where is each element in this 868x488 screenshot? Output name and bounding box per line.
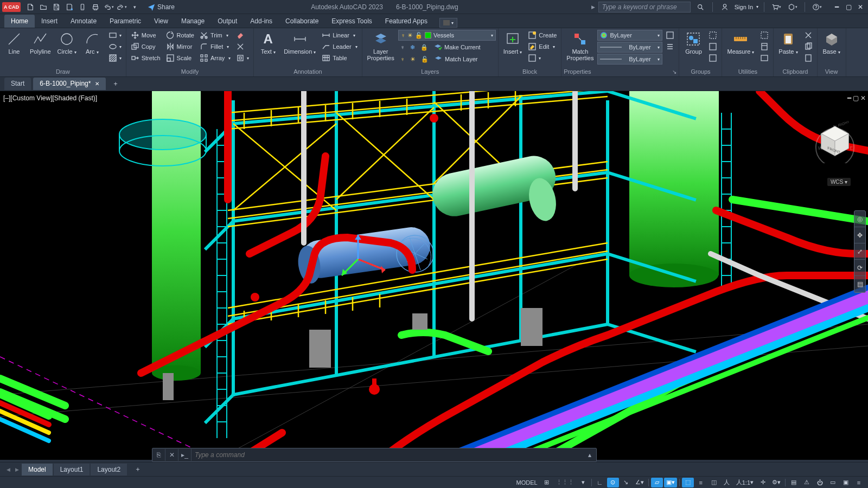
tab-expresstools[interactable]: Express Tools (325, 15, 378, 28)
snap-icon[interactable]: ⋮⋮⋮ (554, 478, 576, 487)
wcs-badge[interactable]: WCS ▾ (827, 178, 851, 186)
ungroup-icon[interactable] (706, 30, 719, 41)
tab-view[interactable]: View (148, 15, 175, 28)
customize-icon[interactable]: ≡ (853, 478, 865, 487)
dimension-button[interactable]: Dimension ▾ (281, 30, 318, 56)
transparency-toggle-icon[interactable]: ◫ (708, 478, 720, 487)
transparency-icon[interactable] (663, 30, 676, 41)
paste-special-icon[interactable] (802, 53, 815, 63)
stretch-button[interactable]: Stretch (129, 53, 163, 63)
copy-clip-icon[interactable] (802, 41, 815, 52)
hatch-icon[interactable]: ▾ (106, 53, 124, 63)
help-icon[interactable]: ▾ (811, 2, 823, 12)
line-button[interactable]: Line (2, 30, 26, 55)
model-space-button[interactable]: MODEL (514, 478, 540, 487)
group-bbox-icon[interactable] (706, 53, 719, 63)
polar-icon[interactable]: ⊙ (607, 478, 619, 487)
window-min-icon[interactable]: ━ (831, 2, 842, 12)
panel-title-properties[interactable]: Properties↘ (564, 67, 676, 76)
vp-min-icon[interactable]: ━ (847, 94, 851, 102)
tab-manage[interactable]: Manage (175, 15, 211, 28)
new-tab-icon[interactable]: ＋ (108, 77, 123, 91)
explode-icon[interactable] (234, 41, 251, 52)
edit-block-button[interactable]: Edit▾ (526, 41, 559, 52)
filterselection-icon[interactable]: ▤ (788, 478, 800, 487)
tab-parametric[interactable]: Parametric (103, 15, 148, 28)
workspace-icon[interactable]: ⚙▾ (770, 478, 783, 487)
panel-title-utilities[interactable]: Utilities (724, 67, 771, 76)
linear-button[interactable]: Linear▾ (320, 30, 359, 41)
orbit-icon[interactable]: ⟳ (854, 260, 865, 276)
signin-label[interactable]: Sign In (735, 4, 753, 10)
make-current-button[interactable]: Make Current (431, 42, 483, 53)
select-all-icon[interactable] (758, 30, 771, 41)
leader-button[interactable]: Leader▾ (320, 41, 359, 52)
color-dropdown[interactable]: ByLayer▾ (597, 30, 662, 41)
polyline-button[interactable]: Polyline (27, 30, 54, 55)
panel-title-block[interactable]: Block (501, 67, 559, 76)
match-layer-button[interactable]: Match Layer (432, 54, 480, 65)
tab-annotate[interactable]: Annotate (64, 15, 103, 28)
annotation-monitor-icon[interactable]: ⚠ (801, 478, 813, 487)
saveas-icon[interactable] (63, 2, 75, 12)
add-layout-icon[interactable]: ＋ (128, 463, 148, 476)
move-button[interactable]: Move (129, 30, 163, 41)
status-more-icon[interactable]: ▾ (577, 478, 589, 487)
paste-button[interactable]: Paste ▾ (776, 30, 800, 56)
layer-lock-icon[interactable]: 🔒 (418, 42, 430, 53)
circle-button[interactable]: Circle ▾ (55, 30, 79, 56)
layout-1[interactable]: Layout1 (54, 464, 90, 476)
viewcube[interactable]: NEWS FRONT RIGHT (814, 121, 856, 163)
ortho-icon[interactable]: ∟ (594, 478, 606, 487)
vp-max-icon[interactable]: ▢ (853, 94, 859, 102)
tab-output[interactable]: Output (211, 15, 244, 28)
window-max-icon[interactable]: ▢ (843, 2, 854, 12)
panel-title-modify[interactable]: Modify (129, 67, 252, 76)
rectangle-icon[interactable]: ▾ (106, 30, 124, 41)
annoscale-icon[interactable]: 人1:1▾ (734, 478, 756, 487)
user-icon[interactable] (719, 2, 731, 12)
text-button[interactable]: AText ▾ (256, 30, 280, 56)
measure-button[interactable]: Measure ▾ (724, 30, 757, 56)
full-nav-wheel-icon[interactable]: ◎ (854, 211, 865, 227)
command-input[interactable] (192, 451, 583, 459)
layout-model[interactable]: Model (22, 464, 53, 476)
layer-freeze-icon[interactable]: ❄ (408, 42, 417, 53)
file-tab-doc[interactable]: 6-B-1000_Piping*✕ (33, 78, 106, 90)
tab-collaborate[interactable]: Collaborate (279, 15, 325, 28)
rotate-button[interactable]: Rotate (164, 30, 196, 41)
hardware-accel-icon[interactable]: ⏻ (814, 478, 826, 487)
3dosnap-icon[interactable]: ▣▾ (664, 478, 677, 487)
count-icon[interactable] (758, 53, 771, 63)
layer-thaw-icon[interactable]: ☀ (408, 54, 418, 65)
copy-button[interactable]: Copy (129, 41, 163, 52)
qat-more-icon[interactable]: ▾ (129, 2, 141, 12)
close-tab-icon[interactable]: ✕ (95, 81, 99, 87)
vp-close-icon[interactable]: ✕ (860, 94, 866, 102)
ellipse-icon[interactable]: ▾ (106, 41, 124, 52)
search-input[interactable]: Type a keyword or phrase (598, 2, 691, 12)
match-properties-button[interactable]: Match Properties (564, 30, 596, 61)
base-view-button[interactable]: Base ▾ (820, 30, 844, 56)
array-button[interactable]: Array▾ (197, 53, 233, 63)
showmotion-icon[interactable]: ▤ (854, 276, 865, 292)
layout-2[interactable]: Layout2 (91, 464, 127, 476)
fillet-button[interactable]: Fillet▾ (197, 41, 233, 52)
lineweight-dropdown[interactable]: ByLayer▾ (597, 42, 662, 53)
mirror-button[interactable]: Mirror (164, 41, 196, 52)
cycling-icon[interactable]: 人 (721, 478, 733, 487)
zoom-extents-icon[interactable]: ⤢ (854, 243, 865, 260)
save-icon[interactable] (50, 2, 62, 12)
table-button[interactable]: Table (320, 53, 359, 63)
tab-home[interactable]: Home (4, 15, 35, 28)
offset-icon[interactable]: ▾ (234, 53, 251, 63)
webmobile-icon[interactable] (76, 2, 88, 12)
pan-icon[interactable]: ✥ (854, 227, 865, 243)
scroll-left-icon[interactable]: ◀ (4, 467, 12, 472)
grid-icon[interactable]: ⊞ (541, 478, 553, 487)
edit-attribute-icon[interactable]: ▾ (526, 53, 559, 63)
cmd-up-icon[interactable]: ▴ (583, 449, 596, 461)
osnap-icon[interactable]: ▱ (651, 478, 663, 487)
cmd-prompt-icon[interactable]: ▸_ (178, 449, 192, 461)
layer-properties-button[interactable]: Layer Properties (365, 30, 397, 61)
